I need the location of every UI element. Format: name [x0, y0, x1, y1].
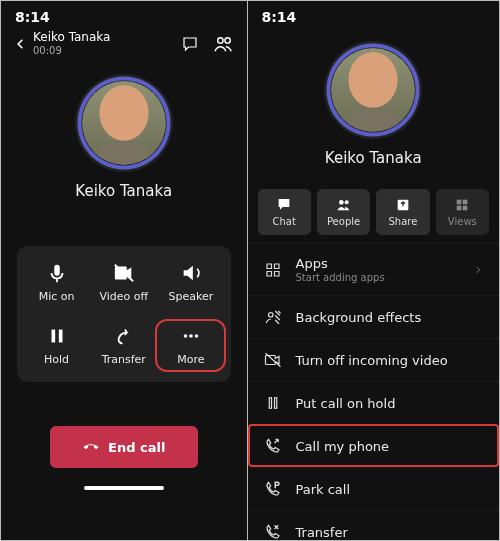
svg-point-8 [184, 334, 188, 338]
avatar [82, 81, 166, 165]
caller-name: Keiko Tanaka [75, 182, 172, 200]
hangup-icon [82, 438, 100, 456]
menu-item-apps[interactable]: AppsStart adding apps [248, 243, 500, 295]
mic-on-button[interactable]: Mic on [23, 262, 90, 303]
hold-icon [46, 325, 68, 347]
views-button[interactable]: Views [436, 189, 489, 235]
people-icon[interactable] [213, 35, 235, 53]
menu-item-label: Background effects [296, 310, 422, 325]
video-off-button[interactable]: Video off [90, 262, 157, 303]
menu-item-callmy[interactable]: Call my phone [248, 424, 500, 467]
home-indicator [84, 486, 164, 490]
quick-actions-row: Chat People Share Views [248, 189, 500, 235]
svg-rect-24 [274, 398, 276, 409]
menu-item-label: Call my phone [296, 439, 390, 454]
more-label: More [177, 353, 204, 366]
svg-point-21 [268, 313, 273, 318]
chat-label: Chat [273, 216, 296, 227]
call-actions-panel: Mic on Video off Speaker Hold Transfer M… [17, 246, 231, 382]
people-label: People [327, 216, 360, 227]
speaker-button[interactable]: Speaker [157, 262, 224, 303]
status-time: 8:14 [15, 9, 50, 25]
share-button[interactable]: Share [376, 189, 429, 235]
menu-item-bgfx[interactable]: Background effects [248, 295, 500, 338]
svg-rect-23 [269, 398, 271, 409]
menu-item-transfer[interactable]: Transfer [248, 510, 500, 540]
svg-rect-20 [463, 206, 468, 211]
call-primary-screen: 8:14 Keiko Tanaka 00:09 Keiko Tanaka M [1, 1, 248, 540]
chat-icon[interactable] [181, 35, 199, 53]
caller-name: Keiko Tanaka [325, 149, 422, 167]
chat-filled-icon [276, 197, 292, 213]
more-icon [180, 325, 202, 347]
hold-icon [264, 394, 282, 412]
svg-rect-19 [457, 206, 462, 211]
svg-point-9 [189, 334, 193, 338]
chevron-right-icon [473, 265, 483, 275]
mic-icon [46, 262, 68, 284]
more-button[interactable]: More [157, 321, 224, 370]
menu-item-label: Park call [296, 482, 351, 497]
menu-item-park[interactable]: Park call [248, 467, 500, 510]
avatar [331, 48, 415, 132]
call-more-menu-screen: 8:14 Keiko Tanaka Chat People Share View… [248, 1, 500, 540]
end-call-label: End call [108, 440, 165, 455]
svg-point-10 [195, 334, 199, 338]
svg-rect-17 [457, 200, 462, 205]
svg-rect-7 [58, 330, 62, 343]
svg-point-4 [224, 37, 229, 42]
hold-label: Hold [44, 353, 69, 366]
svg-rect-18 [463, 200, 468, 205]
end-call-button[interactable]: End call [50, 426, 198, 468]
transfer-label: Transfer [102, 353, 146, 366]
video-off-icon [113, 262, 135, 284]
menu-item-hold[interactable]: Put call on hold [248, 381, 500, 424]
transfer-icon [264, 523, 282, 540]
chat-button[interactable]: Chat [258, 189, 311, 235]
park-icon [264, 480, 282, 498]
more-menu-list: AppsStart adding appsBackground effectsT… [248, 243, 500, 540]
menu-item-novideo[interactable]: Turn off incoming video [248, 338, 500, 381]
share-label: Share [389, 216, 418, 227]
avatar-ring [324, 41, 422, 139]
status-bar: 8:14 [1, 1, 247, 31]
video-label: Video off [99, 290, 148, 303]
people-button[interactable]: People [317, 189, 370, 235]
mic-label: Mic on [39, 290, 75, 303]
header-caller-name: Keiko Tanaka [33, 31, 110, 45]
status-bar: 8:14 [248, 1, 500, 31]
views-icon [454, 197, 470, 213]
menu-item-label: Turn off incoming video [296, 353, 448, 368]
menu-item-sublabel: Start adding apps [296, 272, 385, 283]
bgfx-icon [264, 308, 282, 326]
svg-rect-6 [51, 330, 55, 343]
speaker-label: Speaker [169, 290, 214, 303]
svg-point-14 [339, 200, 344, 205]
menu-item-label: Put call on hold [296, 396, 396, 411]
transfer-icon [113, 325, 135, 347]
apps-icon [264, 261, 282, 279]
call-header: Keiko Tanaka 00:09 [1, 31, 247, 64]
transfer-button[interactable]: Transfer [90, 325, 157, 366]
speaker-icon [180, 262, 202, 284]
people-filled-icon [336, 197, 352, 213]
svg-point-15 [344, 200, 348, 204]
svg-point-3 [217, 37, 222, 42]
callmy-icon [264, 437, 282, 455]
menu-item-label: Transfer [296, 525, 348, 540]
share-icon [395, 197, 411, 213]
back-icon[interactable] [13, 37, 27, 51]
views-label: Views [448, 216, 477, 227]
avatar-ring [75, 74, 173, 172]
header-call-duration: 00:09 [33, 45, 110, 57]
status-time: 8:14 [262, 9, 297, 25]
menu-item-label: Apps [296, 256, 328, 271]
novideo-icon [264, 351, 282, 369]
hold-button[interactable]: Hold [23, 325, 90, 366]
